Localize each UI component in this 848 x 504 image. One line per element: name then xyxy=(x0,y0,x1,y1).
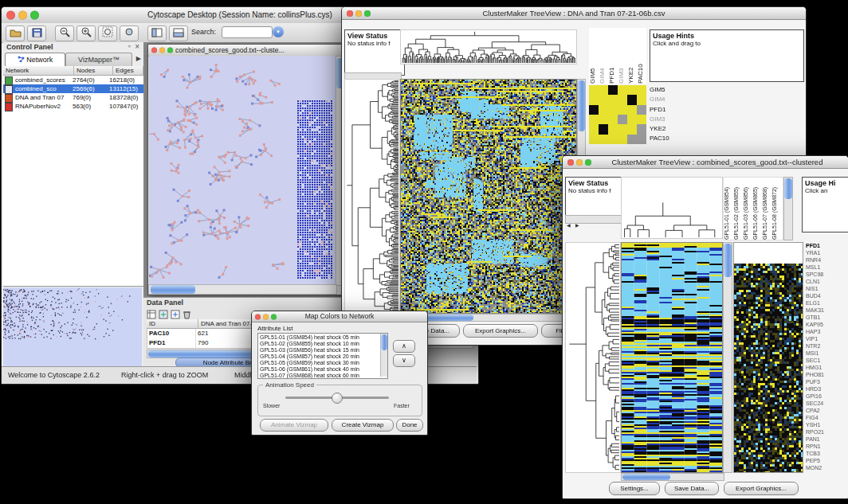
tv2-gene-label[interactable]: VIP1 xyxy=(806,335,847,342)
tv2-gene-label[interactable]: TCB3 xyxy=(806,450,847,457)
tv2-gene-label[interactable]: PFD1 xyxy=(806,242,847,249)
tv2-gene-label[interactable]: HAP3 xyxy=(806,328,847,335)
tv2-gene-label[interactable]: SPC98 xyxy=(806,271,847,278)
tv1-zoom-cell[interactable] xyxy=(608,115,618,124)
tv1-zoom-cell[interactable] xyxy=(608,135,618,144)
tv2-gene-label[interactable]: PHO81 xyxy=(806,371,847,378)
column-header-nodes[interactable]: Nodes xyxy=(74,66,113,76)
network-overview-panel[interactable] xyxy=(3,286,143,367)
tv1-zoom-cell[interactable] xyxy=(618,85,627,95)
treeview2-titlebar[interactable]: ClusterMaker TreeView : combined_scores_… xyxy=(563,156,848,169)
tv2-column-label[interactable]: GPL51-02 (GSM855) xyxy=(733,179,743,240)
tv1-zoom-cell[interactable] xyxy=(618,135,627,144)
minimize-window-icon[interactable] xyxy=(18,11,27,20)
tv2-zoom-heatmap[interactable] xyxy=(733,242,803,473)
tv1-zoom-cell[interactable] xyxy=(637,135,646,144)
network-overview-thumbnail[interactable] xyxy=(3,287,142,366)
network-tree-row[interactable]: combined_sco2569(6)13112(15) xyxy=(3,84,143,93)
column-header-network[interactable]: Network xyxy=(3,66,74,76)
minimize-window-icon[interactable] xyxy=(355,10,362,17)
tv2-gene-label[interactable]: CLN1 xyxy=(806,278,847,285)
tv2-gene-label[interactable]: PEP5 xyxy=(806,457,847,464)
tv2-save-data-button[interactable]: Save Data... xyxy=(665,482,719,495)
tv1-zoom-cell[interactable] xyxy=(637,95,646,104)
tv1-zoom-cell[interactable] xyxy=(627,115,637,124)
hscroll-thumb[interactable] xyxy=(151,285,195,294)
attribute-list-item[interactable]: GPL51-03 (GSM856) heat shock 15 min xyxy=(258,347,381,354)
tv2-column-label[interactable]: GPL51-03 (GSM856) xyxy=(743,179,752,240)
tv1-zoom-cell[interactable] xyxy=(627,105,637,115)
tv1-zoom-cell[interactable] xyxy=(637,115,646,124)
network-tree-row[interactable]: combined_scores2764(0)16218(0) xyxy=(3,76,143,84)
tv2-vthumb[interactable] xyxy=(724,244,732,277)
speed-slider-thumb[interactable] xyxy=(332,393,343,404)
tv1-export-graphics-button[interactable]: Export Graphics... xyxy=(463,324,538,338)
tv2-collabel-vthumb[interactable] xyxy=(784,178,792,199)
scroll-left-icon[interactable]: ◀ xyxy=(566,223,571,228)
tv2-hthumb[interactable] xyxy=(622,474,670,480)
tv1-zoom-cell[interactable] xyxy=(618,95,627,104)
close-view-icon[interactable] xyxy=(151,48,157,53)
tv2-column-dendrogram[interactable] xyxy=(621,177,723,239)
tv1-zoom-cell[interactable] xyxy=(627,95,637,104)
tab-overflow-icon[interactable]: ▶ xyxy=(136,55,141,62)
done-button[interactable]: Done xyxy=(396,419,423,432)
tv1-zoom-cell[interactable] xyxy=(589,124,599,134)
close-panel-icon[interactable]: × xyxy=(135,42,139,51)
tv1-zoom-heatmap[interactable] xyxy=(589,85,646,144)
search-input[interactable] xyxy=(222,26,273,38)
tv1-zoom-cell[interactable] xyxy=(599,115,608,124)
tv2-settings-button[interactable]: Settings... xyxy=(609,482,660,495)
tv2-gene-label[interactable]: MAK31 xyxy=(806,307,847,314)
tv2-gene-label[interactable]: SEC1 xyxy=(806,357,847,364)
tv1-zoom-row-label[interactable]: YKE2 xyxy=(650,124,686,134)
open-session-button[interactable] xyxy=(6,25,25,41)
network-tree-row[interactable]: RNAPuberNov2563(0)107847(0) xyxy=(3,102,143,111)
tv2-gene-label[interactable]: HMG1 xyxy=(806,364,847,371)
tv2-gene-label[interactable]: MSL1 xyxy=(806,264,847,271)
attribute-list-item[interactable]: GPL51-05 (GSM859) heat shock 30 min xyxy=(258,360,381,366)
minimize-view-icon[interactable] xyxy=(159,48,165,53)
attribute-list-item[interactable]: GPL51-02 (GSM855) heat shock 10 min xyxy=(258,341,381,347)
tv2-gene-label[interactable]: PUF3 xyxy=(806,378,847,385)
tv2-gene-label[interactable]: MON2 xyxy=(806,464,847,471)
tv2-status-hscroll[interactable]: ◀ ▶ xyxy=(565,215,622,224)
tv1-zoom-cell[interactable] xyxy=(599,95,608,104)
tv1-zoom-cell[interactable] xyxy=(637,85,646,95)
tv2-gene-label[interactable]: GTB1 xyxy=(806,314,847,321)
tv1-zoom-row-label[interactable]: GIM3 xyxy=(650,115,686,124)
tv2-heatmap[interactable] xyxy=(621,242,723,473)
tv2-gene-label[interactable]: PAN1 xyxy=(806,436,847,443)
attribute-list-item[interactable]: GPL51-07 (GSM868) heat shock 60 min xyxy=(258,373,381,379)
tv2-gene-label[interactable]: KAP95 xyxy=(806,321,847,328)
tv2-column-label[interactable]: GPL51-08 (GSM872) xyxy=(771,179,781,240)
attr-col-id[interactable]: ID xyxy=(147,319,198,329)
tv1-vthumb[interactable] xyxy=(578,80,585,131)
tv2-export-graphics-button[interactable]: Export Graphics... xyxy=(724,482,799,495)
tv2-gene-label[interactable]: ELG1 xyxy=(806,299,847,307)
tv2-heatmap-vscroll[interactable] xyxy=(723,242,732,473)
tv1-column-dendrogram[interactable] xyxy=(400,29,577,64)
tv2-gene-label[interactable]: BUD4 xyxy=(806,292,847,299)
tv1-zoom-cell[interactable] xyxy=(589,95,599,104)
tab-vizmapper[interactable]: VizMapper™ xyxy=(65,53,132,66)
tv1-row-dendrogram[interactable] xyxy=(344,79,400,314)
tv1-zoom-cell[interactable] xyxy=(589,85,599,95)
treeview1-titlebar[interactable]: ClusterMaker TreeView : DNA and Tran 07-… xyxy=(342,7,806,20)
tv1-zoom-cell[interactable] xyxy=(618,105,627,115)
tv1-zoom-cell[interactable] xyxy=(599,105,608,115)
tv1-zoom-cell[interactable] xyxy=(627,124,637,134)
tv1-zoom-cell[interactable] xyxy=(599,135,608,144)
tv1-zoom-cell[interactable] xyxy=(589,115,599,124)
close-window-icon[interactable] xyxy=(347,10,353,17)
attribute-list-item[interactable]: GPL51-06 (GSM861) heat shock 40 min xyxy=(258,366,381,373)
tab-network[interactable]: Network xyxy=(5,53,65,66)
minimize-dialog-icon[interactable] xyxy=(263,314,269,319)
close-dialog-icon[interactable] xyxy=(255,314,261,319)
zoom-in-button[interactable] xyxy=(77,25,96,41)
move-attribute-up-button[interactable]: ∧ xyxy=(393,340,415,353)
network-view-titlebar[interactable]: combined_scores_good.txt--cluste... xyxy=(148,45,346,57)
toggle-data-panel-button[interactable] xyxy=(169,25,188,41)
zoom-window-icon[interactable] xyxy=(364,10,371,17)
dialog-titlebar[interactable]: Map Colors to Network xyxy=(252,311,427,322)
